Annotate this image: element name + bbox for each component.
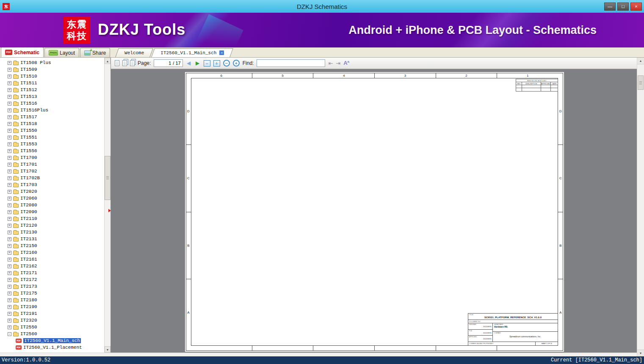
tree-item[interactable]: +IT2120	[0, 222, 104, 229]
expand-icon[interactable]: +	[8, 217, 11, 221]
tree-item[interactable]: +IT1701	[0, 161, 104, 168]
fit-width-icon[interactable]: ↔	[204, 60, 210, 67]
tree-item[interactable]: +IT2162	[0, 263, 104, 270]
tree-item[interactable]: +IT2550	[0, 324, 104, 331]
expand-icon[interactable]: +	[8, 163, 11, 167]
expand-icon[interactable]: +	[8, 115, 11, 119]
expand-icon[interactable]: +	[8, 61, 11, 65]
expand-icon[interactable]: +	[8, 68, 11, 72]
continuous-view-icon[interactable]	[130, 60, 135, 66]
expand-icon[interactable]: +	[8, 319, 11, 322]
tree-item[interactable]: +IT1511	[0, 80, 104, 86]
tree-item[interactable]: +IT1702B	[0, 175, 104, 181]
expand-icon[interactable]: +	[8, 142, 11, 146]
tab-schematic[interactable]: PDFSchematic	[1, 47, 44, 57]
expand-icon[interactable]: +	[8, 183, 11, 187]
close-tab-icon[interactable]: ×	[219, 50, 224, 55]
tree-item[interactable]: +IT1700	[0, 154, 104, 161]
tab-layout[interactable]: PADSLayout	[44, 48, 79, 57]
zoom-out-button[interactable]: −	[223, 60, 230, 67]
expand-icon[interactable]: +	[8, 271, 11, 275]
scroll-up-button[interactable]: ▲	[637, 58, 644, 64]
close-button[interactable]: ×	[630, 3, 642, 11]
tree-item[interactable]: +IT2173	[0, 283, 104, 290]
tree-item[interactable]: +IT1518	[0, 120, 104, 127]
tree-item[interactable]: +IT2160	[0, 249, 104, 256]
tree-item[interactable]: +IT1553	[0, 141, 104, 147]
expand-icon[interactable]: +	[8, 149, 11, 153]
expand-icon[interactable]: +	[8, 305, 11, 309]
expand-icon[interactable]: +	[8, 224, 11, 228]
expand-icon[interactable]: +	[8, 81, 11, 85]
tree-item-document[interactable]: PDFIT2560_V1.1_Placement	[0, 344, 104, 351]
doc-tab-welcome[interactable]: Welcome	[117, 48, 152, 57]
expand-icon[interactable]: +	[8, 251, 11, 255]
expand-icon[interactable]: +	[8, 325, 11, 329]
find-previous-icon[interactable]: ⇤	[328, 60, 333, 67]
tree-item[interactable]: +IT2191	[0, 310, 104, 317]
expand-icon[interactable]: +	[8, 88, 11, 92]
collapse-icon[interactable]: -	[8, 332, 11, 336]
expand-icon[interactable]: +	[8, 312, 11, 316]
previous-page-button[interactable]: ◀	[186, 60, 192, 66]
document-canvas[interactable]: 654321 DCBA DCBA REVISION HISTORY REVDES…	[111, 69, 637, 356]
tree-item[interactable]: +IT2131	[0, 236, 104, 242]
tree-item[interactable]: +IT1702	[0, 168, 104, 175]
expand-icon[interactable]: +	[8, 176, 11, 180]
tree-item[interactable]: +IT1550	[0, 127, 104, 134]
tree-item[interactable]: +IT1703	[0, 181, 104, 188]
tree-item[interactable]: +IT1551	[0, 134, 104, 141]
expand-icon[interactable]: +	[8, 203, 11, 207]
expand-icon[interactable]: +	[8, 264, 11, 268]
next-page-button[interactable]: ▶	[195, 60, 201, 66]
tree-item[interactable]: +IT1516Plus	[0, 107, 104, 114]
expand-icon[interactable]: +	[8, 136, 11, 139]
tree-item[interactable]: +IT2020	[0, 188, 104, 195]
expand-icon[interactable]: +	[8, 156, 11, 160]
expand-icon[interactable]: +	[8, 75, 11, 78]
find-input[interactable]	[257, 59, 325, 67]
expand-icon[interactable]: +	[8, 197, 11, 200]
expand-icon[interactable]: +	[8, 102, 11, 106]
scrollbar-thumb[interactable]	[638, 75, 644, 90]
expand-icon[interactable]: +	[8, 237, 11, 241]
expand-icon[interactable]: +	[8, 258, 11, 261]
expand-icon[interactable]: +	[8, 278, 11, 282]
tree-item[interactable]: +IT2180	[0, 297, 104, 303]
expand-icon[interactable]: +	[8, 210, 11, 214]
expand-icon[interactable]: +	[8, 122, 11, 126]
tree-item[interactable]: +IT1556	[0, 147, 104, 154]
expand-icon[interactable]: +	[8, 108, 11, 112]
single-page-view-icon[interactable]	[115, 60, 119, 66]
expand-icon[interactable]: +	[8, 244, 11, 248]
find-next-icon[interactable]: ⇥	[336, 60, 340, 67]
tree-item[interactable]: +IT2090	[0, 208, 104, 215]
expand-icon[interactable]: +	[8, 129, 11, 133]
expand-icon[interactable]: +	[8, 292, 11, 295]
tree-item[interactable]: +IT1516	[0, 100, 104, 107]
expand-icon[interactable]: +	[8, 285, 11, 289]
two-page-view-icon[interactable]	[122, 60, 127, 66]
tree-item[interactable]: +IT2190	[0, 303, 104, 310]
tree-item[interactable]: +IT2080	[0, 202, 104, 208]
zoom-in-button[interactable]: +	[233, 60, 240, 67]
tree-item[interactable]: +IT2175	[0, 290, 104, 297]
text-size-icon[interactable]: Aa	[343, 60, 349, 66]
expand-icon[interactable]: +	[8, 169, 11, 173]
tree-item[interactable]: +IT2172	[0, 276, 104, 283]
splitter-collapse-arrow[interactable]	[108, 209, 111, 212]
scrollbar-thumb[interactable]	[105, 156, 111, 200]
tab-share[interactable]: Share	[80, 48, 110, 57]
tree-item[interactable]: +IT1512	[0, 86, 104, 93]
tree-item[interactable]: +IT1517	[0, 114, 104, 120]
expand-icon[interactable]: +	[8, 190, 11, 194]
tree-item[interactable]: +IT1509	[0, 66, 104, 73]
tree-item[interactable]: +IT1508 Plus	[0, 59, 104, 66]
maximize-button[interactable]: □	[617, 3, 629, 11]
page-input[interactable]	[156, 61, 171, 66]
expand-icon[interactable]: +	[8, 231, 11, 234]
tree-item[interactable]: +IT2130	[0, 229, 104, 236]
scroll-down-button[interactable]: ▼	[105, 346, 111, 353]
minimize-button[interactable]: —	[604, 3, 616, 11]
scroll-down-button[interactable]: ▼	[637, 350, 644, 356]
